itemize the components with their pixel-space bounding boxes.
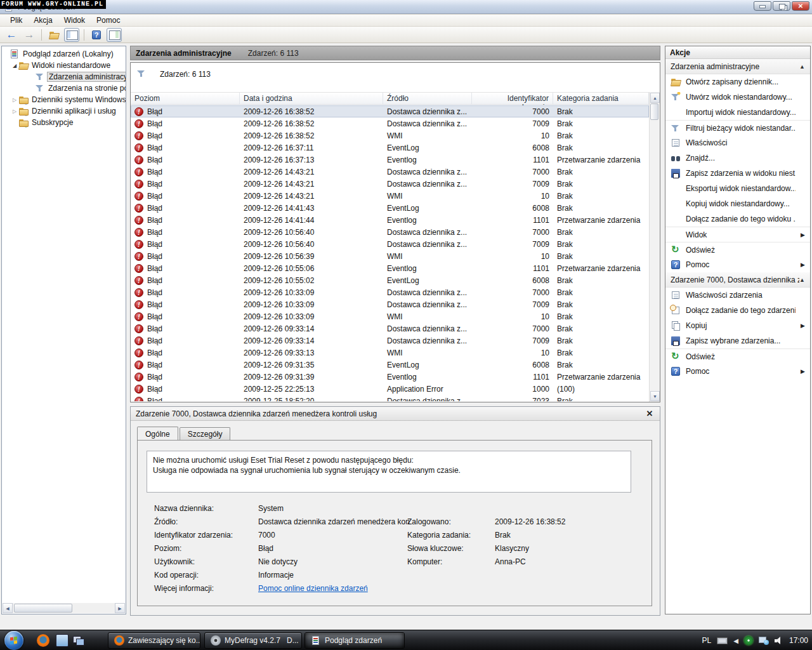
tab-details[interactable]: Szczegóły bbox=[180, 427, 231, 441]
events-vertical-scrollbar[interactable]: ▲ ▼ bbox=[649, 92, 660, 402]
table-row[interactable]: Błąd 2009-12-26 10:33:09 Dostawca dzienn… bbox=[131, 286, 649, 298]
action-item[interactable]: Znajdź... ▶ bbox=[665, 150, 810, 166]
table-row[interactable]: Błąd 2009-12-26 14:43:21 WMI 10 Brak bbox=[131, 190, 649, 202]
table-row[interactable]: Błąd 2009-12-26 14:41:44 Eventlog 1101 P… bbox=[131, 214, 649, 226]
action-item[interactable]: Dołącz zadanie do tego widoku ... ▶ bbox=[665, 211, 810, 227]
back-button[interactable]: ← bbox=[4, 28, 19, 42]
action-item[interactable]: Odśwież ▶ bbox=[665, 348, 810, 364]
tree-item[interactable]: Zdarzenia administracyjne bbox=[2, 71, 126, 83]
action-item[interactable]: Zapisz zdarzenia w widoku niest... ▶ bbox=[665, 166, 810, 181]
network-icon[interactable] bbox=[759, 637, 769, 645]
action-item[interactable]: Odśwież ▶ bbox=[665, 242, 810, 257]
taskbar-button-firefox[interactable]: Zawieszający się ko... bbox=[108, 632, 200, 649]
close-button[interactable] bbox=[792, 1, 809, 11]
table-row[interactable]: Błąd 2009-12-26 10:56:40 Dostawca dzienn… bbox=[131, 226, 649, 238]
tree-item[interactable]: Zdarzenia na stronie pod bbox=[2, 83, 126, 94]
scrollbar-thumb[interactable] bbox=[14, 604, 72, 613]
column-header-event-id[interactable]: Identyfikator zdarzenia bbox=[472, 93, 553, 104]
tree-item[interactable]: Dzienniki aplikacji i usług bbox=[2, 105, 126, 117]
table-row[interactable]: Błąd 2009-12-26 10:55:02 EventLog 6008 B… bbox=[131, 274, 649, 286]
menu-item[interactable]: Widok bbox=[59, 15, 90, 25]
table-row[interactable]: Błąd 2009-12-26 09:33:14 Dostawca dzienn… bbox=[131, 335, 649, 347]
expander-icon[interactable] bbox=[11, 63, 18, 69]
table-row[interactable]: Błąd 2009-12-26 10:33:09 WMI 10 Brak bbox=[131, 310, 649, 322]
action-item[interactable]: Utwórz widok niestandardowy... ▶ bbox=[665, 90, 810, 105]
event-log-online-help-link[interactable]: Pomoc online dziennika zdarzeń bbox=[258, 584, 368, 593]
table-row[interactable]: Błąd 2009-12-26 16:38:52 WMI 10 Brak bbox=[131, 129, 649, 142]
menu-item[interactable]: Akcja bbox=[29, 15, 57, 25]
clock[interactable]: 17:00 bbox=[789, 636, 808, 645]
actions-section-view[interactable]: Zdarzenia administracyjne ▲ bbox=[665, 59, 810, 74]
tree-horizontal-scrollbar[interactable]: ◀ ▶ bbox=[3, 603, 125, 613]
actions-section-event[interactable]: Zdarzenie 7000, Dostawca dziennika z... … bbox=[665, 272, 810, 288]
table-row[interactable]: Błąd 2009-12-26 09:31:35 EventLog 6008 B… bbox=[131, 359, 649, 371]
action-item[interactable]: Otwórz zapisany dziennik... ▶ bbox=[665, 74, 810, 90]
column-header-source[interactable]: Źródło bbox=[383, 93, 472, 104]
scroll-down-icon[interactable]: ▼ bbox=[650, 391, 660, 401]
taskbar-button-mydefrag[interactable]: MyDefrag v4.2.7 D... bbox=[204, 632, 302, 649]
action-item[interactable]: Kopiuj widok niestandardowy... ▶ bbox=[665, 196, 810, 211]
start-button[interactable] bbox=[4, 631, 23, 650]
column-header-category[interactable]: Kategoria zadania bbox=[553, 93, 649, 104]
action-item[interactable]: Właściwości ▶ bbox=[665, 135, 810, 150]
action-item[interactable]: Pomoc ▶ bbox=[665, 257, 810, 272]
table-row[interactable]: Błąd 2009-12-26 14:43:21 Dostawca dzienn… bbox=[131, 166, 649, 178]
expander-icon[interactable] bbox=[11, 109, 18, 114]
column-header-datetime[interactable]: Data i godzina bbox=[240, 93, 383, 104]
tab-general[interactable]: Ogólne bbox=[137, 427, 178, 441]
table-row[interactable]: Błąd 2009-12-26 09:31:39 Eventlog 1101 P… bbox=[131, 371, 649, 383]
eset-tray-icon[interactable] bbox=[744, 636, 753, 645]
tree-item[interactable]: Subskrypcje bbox=[2, 117, 126, 128]
menu-item[interactable]: Plik bbox=[5, 15, 27, 25]
tree-item[interactable]: Dzienniki systemu Windows bbox=[2, 94, 126, 105]
table-row[interactable]: Błąd 2009-12-26 16:38:52 Dostawca dzienn… bbox=[131, 117, 649, 129]
forward-button[interactable]: → bbox=[22, 28, 37, 42]
table-row[interactable]: Błąd 2009-12-26 16:38:52 Dostawca dzienn… bbox=[131, 105, 649, 117]
table-row[interactable]: Błąd 2009-12-26 10:56:39 WMI 10 Brak bbox=[131, 250, 649, 262]
action-item[interactable]: Widok ▶ bbox=[665, 227, 810, 242]
language-indicator[interactable]: PL bbox=[702, 636, 712, 645]
taskbar-button-event-viewer[interactable]: Podgląd zdarzeń bbox=[304, 632, 405, 649]
tree-item[interactable]: Podgląd zdarzeń (Lokalny) bbox=[2, 48, 126, 60]
collapse-arrow-icon[interactable]: ▲ bbox=[799, 63, 805, 70]
chevron-left-icon[interactable]: ◀ bbox=[733, 637, 738, 644]
open-saved-log-button[interactable] bbox=[46, 28, 62, 42]
action-item[interactable]: Filtruj bieżący widok niestandar... ▶ bbox=[665, 120, 810, 135]
firefox-quicklaunch-icon[interactable] bbox=[37, 634, 49, 647]
action-item[interactable]: Właściwości zdarzenia ▶ bbox=[665, 288, 810, 303]
table-row[interactable]: Błąd 2009-12-26 09:33:14 Dostawca dzienn… bbox=[131, 322, 649, 335]
minimize-button[interactable] bbox=[754, 1, 771, 11]
console-tree-toggle-button[interactable] bbox=[64, 28, 79, 42]
window-switcher-icon[interactable] bbox=[72, 634, 85, 647]
tree-item[interactable]: Widoki niestandardowe bbox=[2, 60, 126, 71]
scroll-up-icon[interactable]: ▲ bbox=[650, 93, 660, 103]
action-pane-toggle-button[interactable] bbox=[107, 28, 122, 42]
table-row[interactable]: Błąd 2009-12-26 16:37:11 EventLog 6008 B… bbox=[131, 142, 649, 154]
action-item[interactable]: Kopiuj ▶ bbox=[665, 318, 810, 333]
volume-icon[interactable] bbox=[775, 637, 783, 644]
keyboard-icon[interactable] bbox=[717, 637, 728, 644]
table-row[interactable]: Błąd 2009-12-26 10:56:40 Dostawca dzienn… bbox=[131, 238, 649, 250]
action-item[interactable]: Dołącz zadanie do tego zdarzeni... ▶ bbox=[665, 303, 810, 318]
menu-item[interactable]: Pomoc bbox=[91, 15, 125, 25]
table-row[interactable]: Błąd 2009-12-26 10:55:06 Eventlog 1101 P… bbox=[131, 262, 649, 274]
scroll-right-icon[interactable]: ▶ bbox=[115, 603, 125, 613]
column-header-level[interactable]: Poziom bbox=[131, 93, 240, 104]
scrollbar-thumb[interactable] bbox=[650, 103, 658, 120]
table-row[interactable]: Błąd 2009-12-26 09:33:13 WMI 10 Brak bbox=[131, 347, 649, 359]
table-row[interactable]: Błąd 2009-12-25 22:25:13 Application Err… bbox=[131, 383, 649, 395]
show-desktop-icon[interactable] bbox=[56, 634, 69, 647]
restore-button[interactable] bbox=[773, 1, 790, 11]
scroll-left-icon[interactable]: ◀ bbox=[3, 603, 13, 613]
help-button[interactable] bbox=[89, 28, 104, 42]
action-item[interactable]: Zapisz wybrane zdarzenia... ▶ bbox=[665, 333, 810, 348]
table-row[interactable]: Błąd 2009-12-26 14:43:21 Dostawca dzienn… bbox=[131, 178, 649, 190]
close-detail-icon[interactable]: ✕ bbox=[645, 409, 655, 418]
action-item[interactable]: Importuj widok niestandardowy... ▶ bbox=[665, 105, 810, 120]
table-row[interactable]: Błąd 2009-12-26 10:33:09 Dostawca dzienn… bbox=[131, 298, 649, 310]
expander-icon[interactable] bbox=[11, 97, 18, 103]
table-row[interactable]: Błąd 2009-12-26 16:37:13 Eventlog 1101 P… bbox=[131, 154, 649, 166]
collapse-arrow-icon[interactable]: ▲ bbox=[799, 277, 805, 283]
action-item[interactable]: Eksportuj widok niestandardow... ▶ bbox=[665, 181, 810, 196]
action-item[interactable]: Pomoc ▶ bbox=[665, 364, 810, 379]
